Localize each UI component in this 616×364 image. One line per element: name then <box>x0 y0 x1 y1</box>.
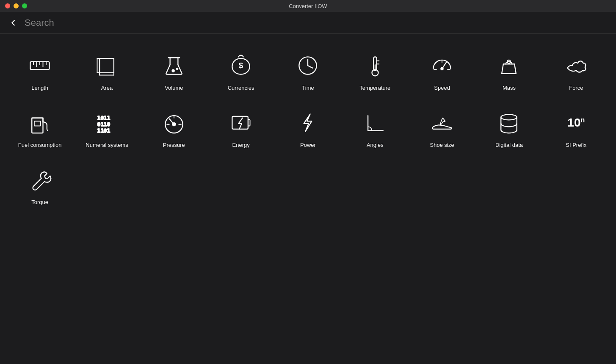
category-item-force[interactable]: Force <box>545 47 608 95</box>
back-button[interactable] <box>8 18 18 28</box>
category-label-area: Area <box>101 85 113 91</box>
category-label-torque: Torque <box>31 199 48 205</box>
bolt-icon <box>293 108 323 138</box>
svg-text:10: 10 <box>97 115 104 121</box>
category-label-digital: Digital data <box>495 142 523 148</box>
maximize-button[interactable] <box>22 3 27 8</box>
svg-text:01: 01 <box>97 121 104 127</box>
thermometer-icon <box>360 51 390 80</box>
category-item-fuel[interactable]: Fuel consumption <box>8 104 71 152</box>
category-grid: LengthAreaVolume$CurrenciesTimeTemperatu… <box>0 34 616 222</box>
category-label-energy: Energy <box>232 142 250 148</box>
category-item-numeral[interactable]: 10 11 01 10 11 01 Numeral systems <box>75 104 138 152</box>
category-label-fuel: Fuel consumption <box>18 142 62 148</box>
category-item-si[interactable]: 10nSI Prefix <box>545 104 608 152</box>
svg-point-28 <box>441 68 443 70</box>
svg-text:11: 11 <box>104 115 110 121</box>
category-label-currencies: Currencies <box>228 85 254 91</box>
shoe-icon <box>427 108 457 138</box>
money-bag-icon: $ <box>226 51 256 80</box>
traffic-lights <box>5 3 27 8</box>
category-label-power: Power <box>300 142 316 148</box>
wrench-icon <box>25 165 55 195</box>
svg-rect-34 <box>34 121 41 126</box>
category-label-time: Time <box>302 85 314 91</box>
category-item-shoe[interactable]: Shoe size <box>411 104 473 152</box>
svg-point-17 <box>176 68 178 70</box>
category-item-volume[interactable]: Volume <box>143 47 205 95</box>
category-item-speed[interactable]: Speed <box>411 47 473 95</box>
category-item-angles[interactable]: Angles <box>344 104 406 152</box>
database-icon <box>494 108 524 138</box>
area-icon <box>92 51 122 80</box>
gauge-icon <box>159 108 189 138</box>
svg-text:10: 10 <box>104 121 110 127</box>
category-label-length: Length <box>31 85 48 91</box>
category-item-time[interactable]: Time <box>276 47 339 95</box>
category-label-mass: Mass <box>503 85 516 91</box>
category-label-volume: Volume <box>165 85 183 91</box>
weight-icon <box>494 51 524 80</box>
svg-rect-6 <box>100 58 114 73</box>
category-item-area[interactable]: Area <box>75 47 138 95</box>
title-bar: Converter IIOW <box>0 0 616 12</box>
category-label-temperature: Temperature <box>359 85 390 91</box>
category-item-mass[interactable]: Mass <box>478 47 540 95</box>
category-label-shoe: Shoe size <box>430 142 454 148</box>
search-bar <box>0 12 616 34</box>
category-item-power[interactable]: Power <box>276 104 339 152</box>
category-label-numeral: Numeral systems <box>86 142 128 148</box>
clock-icon <box>293 51 323 80</box>
category-item-currencies[interactable]: $Currencies <box>210 47 272 95</box>
category-item-torque[interactable]: Torque <box>8 161 71 210</box>
category-label-force: Force <box>569 85 583 91</box>
fuel-pump-icon <box>25 108 55 138</box>
minimize-button[interactable] <box>14 3 19 8</box>
svg-text:01: 01 <box>104 127 110 134</box>
svg-line-21 <box>308 66 312 68</box>
speedometer-icon <box>427 51 457 80</box>
category-label-angles: Angles <box>367 142 384 148</box>
category-item-length[interactable]: Length <box>8 47 71 95</box>
muscle-icon <box>561 51 591 80</box>
close-button[interactable] <box>5 3 10 8</box>
svg-point-53 <box>501 114 517 120</box>
svg-line-45 <box>169 119 174 124</box>
category-item-digital[interactable]: Digital data <box>478 104 540 152</box>
svg-rect-50 <box>248 120 250 126</box>
window-title: Converter IIOW <box>289 3 327 9</box>
angle-icon <box>360 108 390 138</box>
category-label-pressure: Pressure <box>163 142 185 148</box>
si-text-icon: 10n <box>561 108 591 138</box>
category-item-energy[interactable]: Energy <box>210 104 272 152</box>
svg-point-16 <box>172 69 174 72</box>
search-input[interactable] <box>25 17 608 28</box>
svg-text:$: $ <box>239 61 243 70</box>
binary-icon: 10 11 01 10 11 01 <box>92 108 122 138</box>
category-label-si: SI Prefix <box>566 142 586 148</box>
category-label-speed: Speed <box>434 85 450 91</box>
ruler-icon <box>25 51 55 80</box>
battery-bolt-icon <box>226 108 256 138</box>
category-item-pressure[interactable]: Pressure <box>143 104 205 152</box>
category-item-temperature[interactable]: Temperature <box>344 47 406 95</box>
svg-text:11: 11 <box>97 127 104 134</box>
flask-icon <box>159 51 189 80</box>
